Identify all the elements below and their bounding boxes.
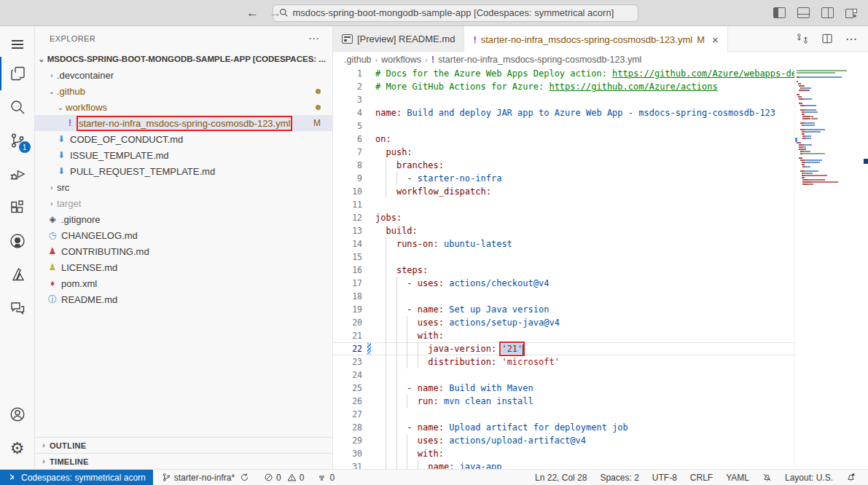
explorer-more-actions-icon[interactable]: ⋯ (308, 32, 321, 45)
tree-file-license.md[interactable]: ♟LICENSE.md (35, 259, 332, 275)
keyboard-layout-status[interactable]: Layout: U.S. (780, 473, 838, 483)
azure-icon[interactable] (0, 258, 35, 291)
code-line-12[interactable]: 12jobs: (333, 211, 794, 224)
editor-group: [Preview] README.md ! starter-no-infra_m… (333, 26, 868, 469)
toggle-primary-sidebar-icon[interactable] (773, 7, 786, 18)
tree-folder-.devcontainer[interactable]: ›.devcontainer (35, 67, 332, 83)
tree-file-starter-no-infra-msdocs-spring-cosmosdb-123.yml[interactable]: !starter-no-infra_msdocs-spring-cosmosdb… (35, 115, 332, 131)
notifications-icon[interactable] (841, 473, 861, 482)
code-line-2[interactable]: 2# More GitHub Actions for Azure: https:… (333, 80, 794, 93)
code-line-25[interactable]: 25 - name: Build with Maven (333, 382, 794, 395)
code-line-13[interactable]: 13 build: (333, 224, 794, 237)
code-line-5[interactable]: 5 (333, 119, 794, 133)
tab-workflow-yml[interactable]: ! starter-no-infra_msdocs-spring-cosmosd… (464, 26, 727, 52)
search-sidebar-icon[interactable] (0, 90, 35, 124)
tab-readme-preview[interactable]: [Preview] README.md (333, 26, 464, 51)
code-line-3[interactable]: 3 (333, 93, 794, 106)
line-number: 24 (333, 368, 362, 382)
code-line-20[interactable]: 20 uses: actions/setup-java@v4 (333, 316, 794, 329)
workspace-root-folder[interactable]: ⌄ MSDOCS-SPRING-BOOT-MONGODB-SAMPLE-APP … (35, 51, 332, 67)
run-debug-icon[interactable] (0, 157, 35, 191)
cursor-position[interactable]: Ln 22, Col 28 (530, 473, 592, 483)
code-line-15[interactable]: 15 (333, 251, 794, 264)
code-line-30[interactable]: 30 with: (333, 447, 794, 460)
markdown-file-icon: ⬇ (55, 150, 67, 160)
close-tab-icon[interactable]: × (712, 33, 719, 46)
overview-ruler[interactable] (864, 67, 868, 469)
extensions-icon[interactable] (0, 191, 35, 224)
ports-status[interactable]: 0 (313, 470, 339, 485)
comments-icon[interactable] (0, 291, 35, 325)
code-line-10[interactable]: 10 workflow_dispatch: (333, 185, 794, 198)
tree-folder-target[interactable]: ›target (35, 195, 332, 211)
do-not-disturb-icon[interactable] (757, 473, 777, 482)
language-mode[interactable]: YAML (721, 473, 754, 483)
menu-icon[interactable] (0, 32, 35, 57)
customize-layout-icon[interactable] (845, 7, 858, 18)
breadcrumb-github[interactable]: .github (344, 55, 372, 65)
code-line-21[interactable]: 21 with: (333, 329, 794, 342)
command-center-search[interactable]: msdocs-spring-boot-mongodb-sample-app [C… (273, 4, 638, 22)
tree-file-issue-template.md[interactable]: ⬇ISSUE_TEMPLATE.md (35, 147, 332, 163)
tree-file-changelog.md[interactable]: ◷CHANGELOG.md (35, 227, 332, 243)
code-line-14[interactable]: 14 runs-on: ubuntu-latest (333, 237, 794, 251)
sidebar-section-timeline[interactable]: ›TIMELINE (35, 453, 332, 469)
settings-gear-icon[interactable]: ⚙ (0, 431, 35, 465)
branch-status[interactable]: starter-no-infra* (157, 470, 254, 485)
indent-guide (386, 368, 386, 382)
code-line-8[interactable]: 8 branches: (333, 159, 794, 172)
breadcrumb-file[interactable]: starter-no-infra_msdocs-spring-cosmosdb-… (438, 55, 641, 65)
source-control-icon[interactable]: 1 (0, 124, 35, 157)
tree-file-pull-request-template.md[interactable]: ⬇PULL_REQUEST_TEMPLATE.md (35, 163, 332, 179)
toggle-secondary-sidebar-icon[interactable] (821, 7, 834, 18)
back-icon[interactable]: ← (246, 6, 259, 20)
editor-more-actions-icon[interactable]: ⋯ (845, 32, 858, 46)
tree-folder-workflows[interactable]: ⌄workflows (35, 99, 332, 115)
sidebar-section-outline[interactable]: ›OUTLINE (35, 437, 332, 453)
tree-folder-src[interactable]: ›src (35, 179, 332, 195)
forward-icon[interactable]: → (269, 6, 281, 20)
github-icon[interactable] (0, 224, 35, 258)
tree-folder-.github[interactable]: ⌄.github (35, 83, 332, 99)
line-number: 6 (333, 133, 362, 146)
code-editor[interactable]: 1# Docs for the Azure Web Apps Deploy ac… (333, 67, 794, 469)
tree-item-label: CHANGELOG.md (61, 230, 138, 241)
code-line-6[interactable]: 6on: (333, 133, 794, 146)
code-line-9[interactable]: 9 - starter-no-infra (333, 172, 794, 185)
code-line-26[interactable]: 26 run: mvn clean install (333, 395, 794, 408)
account-icon[interactable] (0, 398, 35, 431)
code-line-31[interactable]: 31 name: java-app (333, 460, 794, 469)
encoding-status[interactable]: UTF-8 (647, 473, 682, 483)
open-changes-icon[interactable] (796, 32, 809, 45)
code-line-24[interactable]: 24 (333, 368, 794, 382)
minimap[interactable] (794, 67, 864, 469)
token-pln (375, 318, 418, 328)
indentation-status[interactable]: Spaces: 2 (595, 473, 644, 483)
code-line-23[interactable]: 23 distribution: 'microsoft' (333, 355, 794, 368)
tree-file-contributing.md[interactable]: ♟CONTRIBUTING.md (35, 243, 332, 259)
code-line-7[interactable]: 7 push: (333, 146, 794, 159)
code-line-22[interactable]: 22 java-version: '21' (333, 342, 794, 355)
code-line-4[interactable]: 4name: Build and deploy JAR app to Azure… (333, 106, 794, 119)
toggle-panel-icon[interactable] (797, 7, 810, 18)
tree-file-readme.md[interactable]: ⓘREADME.md (35, 291, 332, 307)
tree-file-.gitignore[interactable]: ◈.gitignore (35, 211, 332, 227)
tree-file-code-of-conduct.md[interactable]: ⬇CODE_OF_CONDUCT.md (35, 131, 332, 147)
sync-icon[interactable] (240, 473, 249, 482)
code-line-29[interactable]: 29 uses: actions/upload-artifact@v4 (333, 434, 794, 447)
code-line-1[interactable]: 1# Docs for the Azure Web Apps Deploy ac… (333, 67, 794, 80)
tree-file-pom.xml[interactable]: ♦pom.xml (35, 275, 332, 291)
code-line-17[interactable]: 17 - uses: actions/checkout@v4 (333, 277, 794, 290)
split-editor-icon[interactable] (821, 32, 834, 45)
remote-indicator[interactable]: Codespaces: symmetrical acorn (0, 470, 153, 485)
code-line-28[interactable]: 28 - name: Upload artifact for deploymen… (333, 421, 794, 434)
code-line-11[interactable]: 11 (333, 198, 794, 211)
code-line-18[interactable]: 18 (333, 290, 794, 303)
breadcrumb-workflows[interactable]: workflows (381, 55, 421, 65)
explorer-icon[interactable] (0, 57, 35, 90)
code-line-19[interactable]: 19 - name: Set up Java version (333, 303, 794, 316)
problems-status[interactable]: 0 0 (259, 470, 308, 485)
code-line-27[interactable]: 27 (333, 408, 794, 421)
eol-status[interactable]: CRLF (685, 473, 718, 483)
code-line-16[interactable]: 16 steps: (333, 264, 794, 277)
